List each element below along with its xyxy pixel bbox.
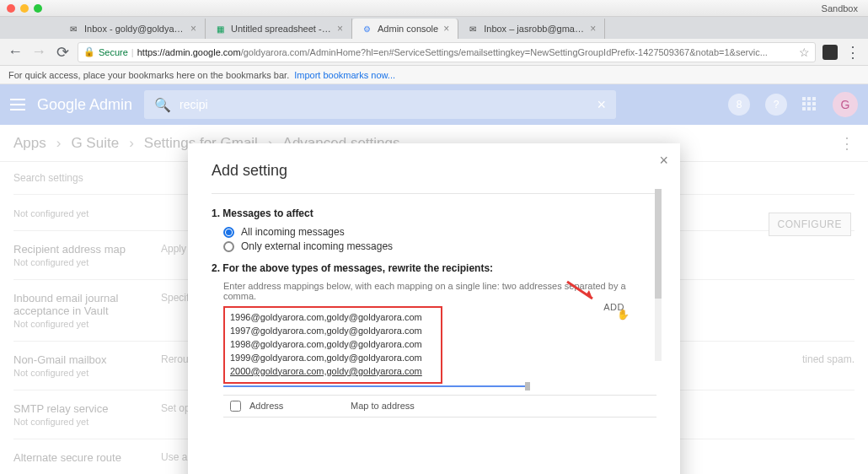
help-icon[interactable]: ? [765, 94, 787, 116]
section-messages-to-affect: 1. Messages to affect [212, 207, 656, 219]
close-icon[interactable]: × [190, 23, 196, 35]
cursor-icon: ✋ [617, 309, 630, 320]
close-icon[interactable]: × [337, 23, 343, 35]
browser-menu-icon[interactable]: ⋮ [844, 43, 861, 62]
tab-inbox-jasrobb[interactable]: ✉ Inbox – jasrobb@gmail.com × [458, 19, 605, 39]
zoom-window-icon[interactable] [34, 4, 42, 13]
overflow-menu-icon[interactable]: ⋮ [839, 134, 855, 153]
mac-titlebar: Sandbox [0, 0, 868, 17]
notifications-badge[interactable]: 8 [728, 94, 750, 116]
tab-inbox-goldy[interactable]: ✉ Inbox - goldy@goldyarora.com × [59, 19, 206, 39]
bookmark-bar: For quick access, place your bookmarks h… [0, 66, 868, 84]
menu-icon[interactable] [10, 99, 25, 110]
clear-search-icon[interactable]: × [597, 96, 607, 114]
reload-button[interactable]: ⟳ [54, 43, 71, 62]
bookmark-star-icon[interactable]: ☆ [799, 46, 810, 59]
secure-label: Secure [99, 47, 128, 57]
close-icon[interactable]: × [590, 23, 596, 35]
modal-title: Add setting [212, 162, 656, 180]
google-admin-logo: Google Admin [37, 96, 132, 114]
forward-button[interactable]: → [30, 43, 47, 61]
input-underline [223, 385, 656, 386]
address-bar[interactable]: 🔒 Secure | https://admin.google.com/gold… [78, 42, 816, 62]
bookmark-hint: For quick access, place your bookmarks h… [8, 70, 289, 80]
minimize-window-icon[interactable] [20, 4, 29, 13]
lock-icon: 🔒 [83, 46, 95, 57]
address-mappings-input[interactable]: 1996@goldyarora.com,goldy@goldyarora.com… [223, 306, 442, 384]
crumb-gsuite[interactable]: G Suite [71, 135, 119, 152]
mappings-table-header: Address Map to address [223, 395, 656, 417]
admin-search[interactable]: 🔍 × [144, 90, 616, 119]
configure-button[interactable]: CONFIGURE [769, 213, 852, 236]
sheets-icon: ▦ [214, 23, 226, 35]
search-input[interactable] [179, 98, 588, 111]
tab-spreadsheet[interactable]: ▦ Untitled spreadsheet - Google × [206, 19, 352, 39]
tab-strip: ✉ Inbox - goldy@goldyarora.com × ▦ Untit… [0, 17, 868, 39]
scrollbar-thumb[interactable] [655, 189, 662, 299]
close-icon[interactable]: × [443, 23, 449, 35]
gmail-icon: ✉ [467, 23, 479, 35]
gmail-icon: ✉ [67, 23, 79, 35]
admin-icon: ⚙ [361, 23, 372, 35]
browser-toolbar: ← → ⟳ 🔒 Secure | https://admin.google.co… [0, 39, 868, 66]
close-icon[interactable]: × [659, 152, 668, 170]
modal-scrollbar[interactable] [655, 189, 662, 361]
radio-all-incoming[interactable]: All incoming messages [223, 226, 656, 238]
import-bookmarks-link[interactable]: Import bookmarks now... [294, 70, 395, 80]
arrow-annotation-icon [565, 280, 599, 305]
admin-header: Google Admin 🔍 × 8 ? G [0, 84, 868, 125]
search-icon: 🔍 [154, 97, 171, 113]
account-avatar[interactable]: G [833, 92, 858, 117]
radio-icon [223, 227, 234, 238]
sandbox-label: Sandbox [818, 3, 861, 13]
add-setting-modal: × Add setting 1. Messages to affect All … [188, 143, 680, 474]
mappings-table-body [223, 417, 656, 460]
tab-admin-console[interactable]: ⚙ Admin console × [352, 19, 458, 39]
section-rewrite-recipients: 2. For the above types of messages, rewr… [212, 262, 656, 274]
select-all-checkbox[interactable] [230, 401, 241, 412]
extension-icon[interactable] [822, 45, 838, 60]
col-address: Address [249, 401, 342, 411]
crumb-apps[interactable]: Apps [13, 135, 46, 152]
radio-icon [223, 241, 234, 252]
col-map-to: Map to address [351, 401, 415, 411]
apps-grid-icon[interactable] [802, 97, 817, 112]
back-button[interactable]: ← [7, 43, 24, 61]
radio-external-only[interactable]: Only external incoming messages [223, 240, 656, 252]
close-window-icon[interactable] [7, 4, 15, 13]
